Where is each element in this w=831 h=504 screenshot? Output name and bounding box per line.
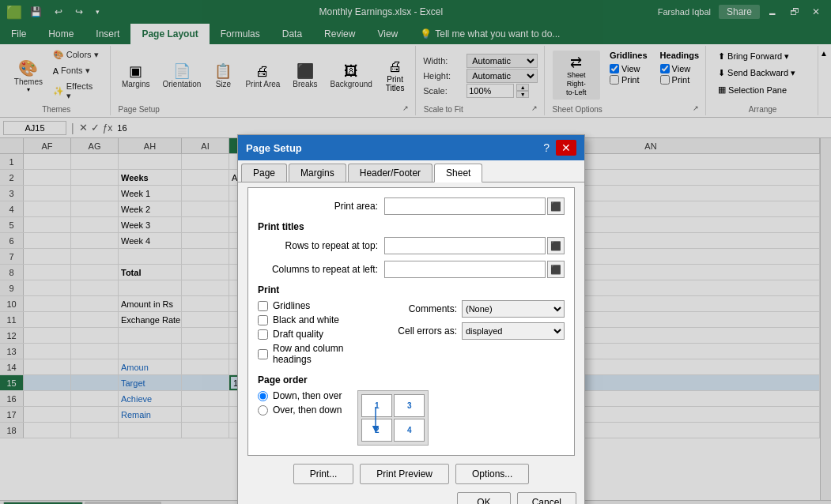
rows-to-repeat-select-icon[interactable]: ⬛ (547, 237, 565, 254)
over-then-down-text: Over, then down (273, 404, 342, 416)
cell-errors-select[interactable]: displayed blank -- #N/A (462, 322, 565, 340)
dialog-close-button[interactable]: ✕ (556, 140, 576, 156)
print-area-select-icon[interactable]: ⬛ (547, 197, 565, 215)
diagram-cell-2: 2 (361, 419, 392, 442)
rows-to-repeat-input[interactable] (384, 237, 546, 254)
comments-row: Comments: (None) At end of sheet As disp… (386, 300, 565, 318)
dialog-tab-sheet[interactable]: Sheet (434, 164, 482, 182)
dialog-body: Print area: ⬛ Print titles Rows to repea… (247, 187, 575, 456)
draft-quality-checkbox[interactable] (258, 329, 268, 340)
dialog-action-buttons: Print... Print Preview Options... (238, 461, 584, 487)
rows-to-repeat-row: Rows to repeat at top: ⬛ (258, 237, 565, 254)
gridlines-check-label[interactable]: Gridlines (258, 300, 370, 311)
modal-overlay: Page Setup ? ✕ Page Margins Header/Foote… (0, 0, 831, 504)
options-button[interactable]: Options... (455, 464, 529, 484)
print-preview-button[interactable]: Print Preview (360, 464, 449, 484)
cols-to-repeat-input[interactable] (384, 261, 546, 278)
print-area-input[interactable] (384, 197, 546, 215)
cols-to-repeat-row: Columns to repeat at left: ⬛ (258, 261, 565, 278)
ok-button[interactable]: OK (457, 492, 510, 504)
diagram-cell-3: 3 (394, 394, 425, 417)
cancel-button[interactable]: Cancel (517, 492, 576, 504)
dialog-tab-page[interactable]: Page (241, 164, 287, 182)
page-order-diagram: 1 3 2 4 (357, 390, 429, 446)
draft-quality-check-text: Draft quality (273, 329, 323, 340)
page-order-section: Page order Down, then over Over, then do… (258, 374, 565, 446)
print-heading: Print (258, 284, 565, 295)
comments-errors-section: Comments: (None) At end of sheet As disp… (386, 300, 565, 368)
page-order-options: Down, then over Over, then down 1 3 2 (258, 390, 565, 446)
page-order-radio-group: Down, then over Over, then down (258, 390, 342, 416)
dialog-tab-margins[interactable]: Margins (289, 164, 346, 182)
diagram-cell-1: 1 (361, 394, 392, 417)
row-col-headings-check-text: Row and column headings (273, 343, 370, 365)
black-white-check-label[interactable]: Black and white (258, 314, 370, 325)
print-area-row: Print area: ⬛ (258, 197, 565, 215)
over-then-down-radio[interactable] (258, 405, 268, 416)
black-white-checkbox[interactable] (258, 315, 268, 325)
dialog-tabs: Page Margins Header/Footer Sheet (238, 160, 584, 182)
black-white-check-text: Black and white (273, 314, 339, 325)
diagram-cell-4: 4 (394, 419, 425, 442)
dialog-ok-cancel-buttons: OK Cancel (238, 487, 584, 504)
dialog-titlebar-buttons: ? ✕ (540, 140, 576, 156)
comments-field-label: Comments: (386, 303, 457, 314)
print-checkboxes: Gridlines Black and white Draft quality (258, 300, 370, 368)
over-then-down-label[interactable]: Over, then down (258, 404, 342, 416)
down-then-over-text: Down, then over (273, 390, 342, 401)
gridlines-checkbox[interactable] (258, 301, 268, 311)
print-options-container: Gridlines Black and white Draft quality (258, 300, 565, 368)
comments-select[interactable]: (None) At end of sheet As displayed on s… (462, 300, 565, 318)
cell-errors-field-label: Cell errors as: (386, 325, 457, 337)
print-area-label: Print area: (258, 201, 384, 212)
page-setup-dialog: Page Setup ? ✕ Page Margins Header/Foote… (237, 134, 585, 504)
dialog-help-button[interactable]: ? (540, 140, 553, 156)
dialog-title: Page Setup (246, 142, 302, 154)
cols-to-repeat-select-icon[interactable]: ⬛ (547, 261, 565, 278)
dialog-titlebar: Page Setup ? ✕ (238, 135, 584, 160)
down-then-over-radio[interactable] (258, 391, 268, 401)
row-col-headings-check-label[interactable]: Row and column headings (258, 343, 370, 365)
draft-quality-check-label[interactable]: Draft quality (258, 329, 370, 340)
dialog-body-wrapper: Print area: ⬛ Print titles Rows to repea… (238, 182, 584, 456)
print-titles-heading: Print titles (258, 221, 565, 232)
dialog-tab-headerfooter[interactable]: Header/Footer (348, 164, 432, 182)
down-then-over-label[interactable]: Down, then over (258, 390, 342, 401)
cols-to-repeat-label: Columns to repeat at left: (258, 264, 384, 275)
cell-errors-row: Cell errors as: displayed blank -- #N/A (386, 322, 565, 340)
gridlines-check-text: Gridlines (273, 300, 310, 311)
rows-to-repeat-label: Rows to repeat at top: (258, 240, 384, 251)
row-col-headings-checkbox[interactable] (258, 349, 268, 359)
print-button[interactable]: Print... (293, 464, 354, 484)
page-order-heading: Page order (258, 374, 565, 386)
